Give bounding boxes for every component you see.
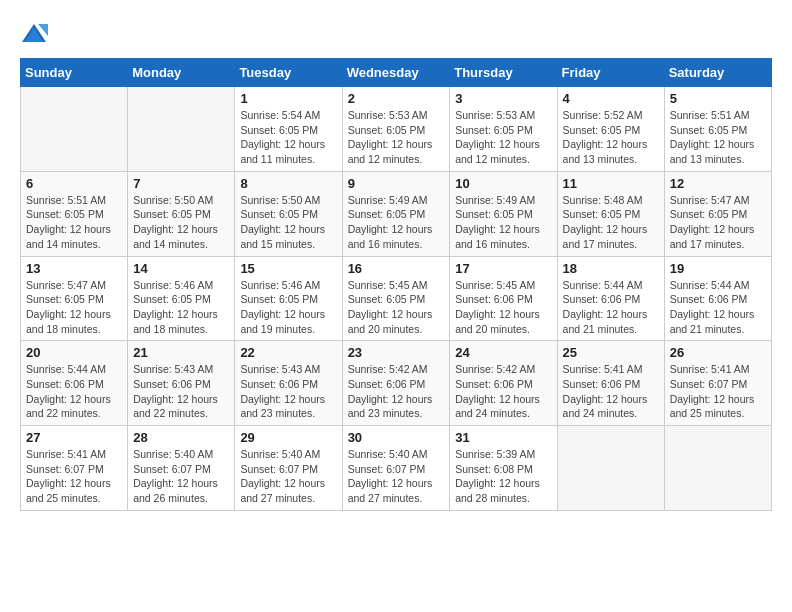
day-info: Sunrise: 5:44 AM Sunset: 6:06 PM Dayligh… [670, 278, 766, 337]
calendar-cell: 5Sunrise: 5:51 AM Sunset: 6:05 PM Daylig… [664, 87, 771, 172]
day-info: Sunrise: 5:51 AM Sunset: 6:05 PM Dayligh… [26, 193, 122, 252]
day-info: Sunrise: 5:44 AM Sunset: 6:06 PM Dayligh… [26, 362, 122, 421]
day-number: 2 [348, 91, 445, 106]
calendar-cell [557, 426, 664, 511]
day-number: 17 [455, 261, 551, 276]
calendar-cell: 17Sunrise: 5:45 AM Sunset: 6:06 PM Dayli… [450, 256, 557, 341]
day-info: Sunrise: 5:52 AM Sunset: 6:05 PM Dayligh… [563, 108, 659, 167]
weekday-sunday: Sunday [21, 59, 128, 87]
calendar-cell: 23Sunrise: 5:42 AM Sunset: 6:06 PM Dayli… [342, 341, 450, 426]
weekday-monday: Monday [128, 59, 235, 87]
day-info: Sunrise: 5:45 AM Sunset: 6:05 PM Dayligh… [348, 278, 445, 337]
day-info: Sunrise: 5:43 AM Sunset: 6:06 PM Dayligh… [133, 362, 229, 421]
calendar-cell [664, 426, 771, 511]
day-info: Sunrise: 5:39 AM Sunset: 6:08 PM Dayligh… [455, 447, 551, 506]
calendar-cell: 4Sunrise: 5:52 AM Sunset: 6:05 PM Daylig… [557, 87, 664, 172]
calendar-cell: 31Sunrise: 5:39 AM Sunset: 6:08 PM Dayli… [450, 426, 557, 511]
day-number: 20 [26, 345, 122, 360]
day-number: 26 [670, 345, 766, 360]
day-number: 7 [133, 176, 229, 191]
day-number: 8 [240, 176, 336, 191]
day-number: 31 [455, 430, 551, 445]
day-info: Sunrise: 5:51 AM Sunset: 6:05 PM Dayligh… [670, 108, 766, 167]
calendar-table: SundayMondayTuesdayWednesdayThursdayFrid… [20, 58, 772, 511]
week-row-3: 13Sunrise: 5:47 AM Sunset: 6:05 PM Dayli… [21, 256, 772, 341]
day-number: 19 [670, 261, 766, 276]
day-number: 10 [455, 176, 551, 191]
day-number: 30 [348, 430, 445, 445]
day-info: Sunrise: 5:53 AM Sunset: 6:05 PM Dayligh… [455, 108, 551, 167]
logo-icon [20, 20, 48, 48]
day-number: 25 [563, 345, 659, 360]
day-number: 22 [240, 345, 336, 360]
calendar-cell: 28Sunrise: 5:40 AM Sunset: 6:07 PM Dayli… [128, 426, 235, 511]
calendar-cell: 1Sunrise: 5:54 AM Sunset: 6:05 PM Daylig… [235, 87, 342, 172]
calendar-cell: 11Sunrise: 5:48 AM Sunset: 6:05 PM Dayli… [557, 171, 664, 256]
calendar-cell: 20Sunrise: 5:44 AM Sunset: 6:06 PM Dayli… [21, 341, 128, 426]
day-info: Sunrise: 5:41 AM Sunset: 6:06 PM Dayligh… [563, 362, 659, 421]
calendar-cell [21, 87, 128, 172]
day-info: Sunrise: 5:41 AM Sunset: 6:07 PM Dayligh… [670, 362, 766, 421]
day-number: 9 [348, 176, 445, 191]
calendar-cell: 12Sunrise: 5:47 AM Sunset: 6:05 PM Dayli… [664, 171, 771, 256]
week-row-2: 6Sunrise: 5:51 AM Sunset: 6:05 PM Daylig… [21, 171, 772, 256]
day-info: Sunrise: 5:49 AM Sunset: 6:05 PM Dayligh… [455, 193, 551, 252]
day-number: 29 [240, 430, 336, 445]
day-info: Sunrise: 5:50 AM Sunset: 6:05 PM Dayligh… [240, 193, 336, 252]
calendar-cell: 13Sunrise: 5:47 AM Sunset: 6:05 PM Dayli… [21, 256, 128, 341]
weekday-row: SundayMondayTuesdayWednesdayThursdayFrid… [21, 59, 772, 87]
day-info: Sunrise: 5:40 AM Sunset: 6:07 PM Dayligh… [133, 447, 229, 506]
day-number: 15 [240, 261, 336, 276]
calendar-cell [128, 87, 235, 172]
weekday-thursday: Thursday [450, 59, 557, 87]
day-number: 1 [240, 91, 336, 106]
day-number: 28 [133, 430, 229, 445]
page-header [20, 20, 772, 48]
week-row-1: 1Sunrise: 5:54 AM Sunset: 6:05 PM Daylig… [21, 87, 772, 172]
day-number: 12 [670, 176, 766, 191]
day-number: 27 [26, 430, 122, 445]
day-number: 11 [563, 176, 659, 191]
calendar-cell: 15Sunrise: 5:46 AM Sunset: 6:05 PM Dayli… [235, 256, 342, 341]
calendar-cell: 21Sunrise: 5:43 AM Sunset: 6:06 PM Dayli… [128, 341, 235, 426]
day-number: 23 [348, 345, 445, 360]
day-info: Sunrise: 5:42 AM Sunset: 6:06 PM Dayligh… [455, 362, 551, 421]
weekday-tuesday: Tuesday [235, 59, 342, 87]
calendar-body: 1Sunrise: 5:54 AM Sunset: 6:05 PM Daylig… [21, 87, 772, 511]
day-number: 24 [455, 345, 551, 360]
calendar-cell: 27Sunrise: 5:41 AM Sunset: 6:07 PM Dayli… [21, 426, 128, 511]
calendar-header: SundayMondayTuesdayWednesdayThursdayFrid… [21, 59, 772, 87]
day-number: 4 [563, 91, 659, 106]
logo [20, 20, 52, 48]
day-info: Sunrise: 5:40 AM Sunset: 6:07 PM Dayligh… [240, 447, 336, 506]
calendar-cell: 26Sunrise: 5:41 AM Sunset: 6:07 PM Dayli… [664, 341, 771, 426]
calendar-cell: 6Sunrise: 5:51 AM Sunset: 6:05 PM Daylig… [21, 171, 128, 256]
weekday-friday: Friday [557, 59, 664, 87]
day-number: 21 [133, 345, 229, 360]
calendar-cell: 3Sunrise: 5:53 AM Sunset: 6:05 PM Daylig… [450, 87, 557, 172]
calendar-cell: 7Sunrise: 5:50 AM Sunset: 6:05 PM Daylig… [128, 171, 235, 256]
day-number: 16 [348, 261, 445, 276]
calendar-cell: 16Sunrise: 5:45 AM Sunset: 6:05 PM Dayli… [342, 256, 450, 341]
day-info: Sunrise: 5:46 AM Sunset: 6:05 PM Dayligh… [133, 278, 229, 337]
calendar-cell: 22Sunrise: 5:43 AM Sunset: 6:06 PM Dayli… [235, 341, 342, 426]
weekday-saturday: Saturday [664, 59, 771, 87]
calendar-cell: 18Sunrise: 5:44 AM Sunset: 6:06 PM Dayli… [557, 256, 664, 341]
day-info: Sunrise: 5:46 AM Sunset: 6:05 PM Dayligh… [240, 278, 336, 337]
calendar-cell: 29Sunrise: 5:40 AM Sunset: 6:07 PM Dayli… [235, 426, 342, 511]
calendar-cell: 9Sunrise: 5:49 AM Sunset: 6:05 PM Daylig… [342, 171, 450, 256]
day-number: 3 [455, 91, 551, 106]
day-info: Sunrise: 5:49 AM Sunset: 6:05 PM Dayligh… [348, 193, 445, 252]
day-number: 5 [670, 91, 766, 106]
day-info: Sunrise: 5:47 AM Sunset: 6:05 PM Dayligh… [26, 278, 122, 337]
day-info: Sunrise: 5:40 AM Sunset: 6:07 PM Dayligh… [348, 447, 445, 506]
calendar-cell: 14Sunrise: 5:46 AM Sunset: 6:05 PM Dayli… [128, 256, 235, 341]
calendar-cell: 19Sunrise: 5:44 AM Sunset: 6:06 PM Dayli… [664, 256, 771, 341]
day-info: Sunrise: 5:48 AM Sunset: 6:05 PM Dayligh… [563, 193, 659, 252]
week-row-5: 27Sunrise: 5:41 AM Sunset: 6:07 PM Dayli… [21, 426, 772, 511]
calendar-cell: 24Sunrise: 5:42 AM Sunset: 6:06 PM Dayli… [450, 341, 557, 426]
day-info: Sunrise: 5:45 AM Sunset: 6:06 PM Dayligh… [455, 278, 551, 337]
calendar-cell: 25Sunrise: 5:41 AM Sunset: 6:06 PM Dayli… [557, 341, 664, 426]
day-info: Sunrise: 5:41 AM Sunset: 6:07 PM Dayligh… [26, 447, 122, 506]
calendar-cell: 30Sunrise: 5:40 AM Sunset: 6:07 PM Dayli… [342, 426, 450, 511]
